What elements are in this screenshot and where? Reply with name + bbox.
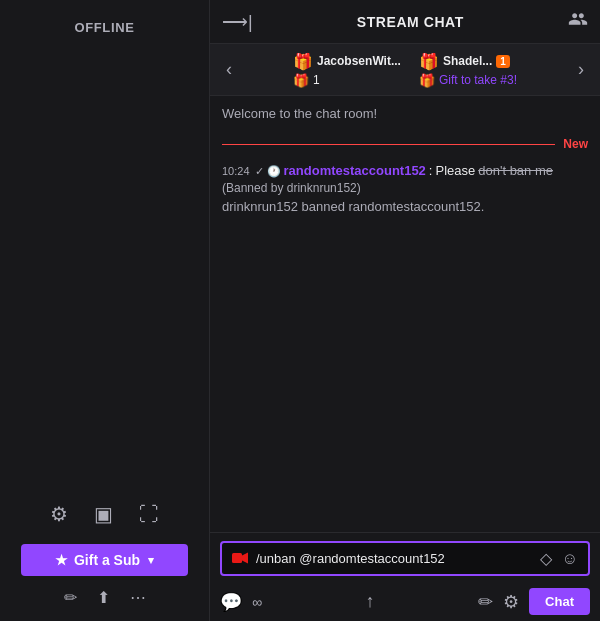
cursor-indicator: ↑ (366, 591, 375, 612)
pencil-icon[interactable]: ✏ (64, 588, 77, 607)
check-icon: ✓ (255, 165, 264, 178)
chat-send-button[interactable]: Chat (529, 588, 590, 615)
infinity-icon[interactable]: ∞ (252, 594, 262, 610)
footer-left-icons: 💬 ∞ (220, 591, 262, 613)
chat-body: Welcome to the chat room! New 10:24 ✓ 🕐 … (210, 96, 600, 532)
gift-banner-next[interactable]: › (572, 55, 590, 84)
camera-icon (232, 550, 248, 568)
gift-banner-prev[interactable]: ‹ (220, 55, 238, 84)
gift-cta-text: Gift to take #3! (439, 73, 517, 87)
offline-label: OFFLINE (74, 20, 134, 35)
emoji-icon[interactable]: ☺ (562, 550, 578, 568)
new-messages-divider: New (222, 137, 588, 151)
chevron-down-icon: ▾ (148, 554, 154, 567)
pencil-edit-icon[interactable]: ✏ (478, 591, 493, 613)
colon-separator: : (429, 163, 433, 178)
gear-settings-icon[interactable]: ⚙ (503, 591, 519, 613)
left-bottom-controls: ⚙ ▣ ⛶ ★ Gift a Sub ▾ ✏ ⬆ ⋯ (0, 498, 209, 607)
settings-icon[interactable]: ⚙ (46, 498, 72, 530)
chat-footer: 💬 ∞ ↑ ✏ ⚙ Chat (210, 582, 600, 621)
gift-icon-1: 🎁 (293, 52, 313, 71)
bookmark-icon[interactable]: ◇ (540, 549, 552, 568)
gift-entry-1-name: JacobsenWit... (317, 54, 401, 68)
chat-header: ⟶| STREAM CHAT (210, 0, 600, 44)
divider-line (222, 144, 555, 145)
message-timestamp: 10:24 (222, 165, 250, 177)
gift-entry-2: 🎁 Shadel... 1 🎁 Gift to take #3! (419, 52, 517, 88)
chat-title: STREAM CHAT (357, 14, 464, 30)
input-right-icons: ◇ ☺ (540, 549, 578, 568)
layout-icon[interactable]: ▣ (90, 498, 117, 530)
more-options-icon[interactable]: ⋯ (130, 588, 146, 607)
gift-a-sub-label: Gift a Sub (74, 552, 140, 568)
gift-icon-1b: 🎁 (293, 73, 309, 88)
exit-chat-icon: ⟶| (222, 11, 253, 33)
message-username: randomtestaccount152 (284, 163, 426, 178)
gift-banner: ‹ 🎁 JacobsenWit... 🎁 1 🎁 Shadel... 1 (210, 44, 600, 96)
gift-icon-2: 🎁 (419, 52, 439, 71)
welcome-message: Welcome to the chat room! (222, 106, 588, 129)
bottom-icon-row: ✏ ⬆ ⋯ (64, 588, 146, 607)
gift-star-icon: ★ (55, 552, 68, 568)
fullscreen-icon[interactable]: ⛶ (135, 499, 163, 530)
gift-cta-icon: 🎁 (419, 73, 435, 88)
upload-icon[interactable]: ⬆ (97, 588, 110, 607)
svg-marker-1 (242, 552, 248, 563)
message-text-strikethrough: don't ban me (478, 163, 553, 178)
message-text-normal: Please (435, 163, 475, 178)
chat-input-box: ◇ ☺ (220, 541, 590, 576)
banned-note: (Banned by drinknrun152) (222, 181, 361, 195)
gift-entry-1-count: 1 (313, 73, 320, 87)
gift-banner-content: 🎁 JacobsenWit... 🎁 1 🎁 Shadel... 1 🎁 Gif… (238, 52, 572, 88)
cursor-area: ↑ (262, 591, 478, 612)
chat-message-item: 10:24 ✓ 🕐 randomtestaccount152 : Please … (222, 163, 588, 214)
chat-line-text: 10:24 ✓ 🕐 randomtestaccount152 : Please … (222, 163, 588, 195)
chat-panel: ⟶| STREAM CHAT ‹ 🎁 JacobsenWit... 🎁 1 (210, 0, 600, 621)
chat-input-field[interactable] (256, 551, 532, 566)
chat-input-wrapper: ◇ ☺ (210, 532, 600, 582)
footer-right-icons: ✏ ⚙ Chat (478, 588, 590, 615)
system-message: drinknrun152 banned randomtestaccount152… (222, 199, 588, 214)
gift-a-sub-button[interactable]: ★ Gift a Sub ▾ (21, 544, 188, 576)
gift-entry-2-name: Shadel... (443, 54, 492, 68)
badge-num-2: 1 (496, 55, 510, 68)
gift-entry-1: 🎁 JacobsenWit... 🎁 1 (293, 52, 401, 88)
toolbar-icons: ⚙ ▣ ⛶ (46, 498, 163, 530)
clock-icon: 🕐 (267, 165, 281, 178)
left-panel: OFFLINE ⚙ ▣ ⛶ ★ Gift a Sub ▾ ✏ ⬆ ⋯ (0, 0, 210, 621)
new-label: New (563, 137, 588, 151)
svg-rect-0 (232, 553, 242, 563)
chat-exit-button[interactable]: ⟶| (222, 11, 253, 33)
users-icon[interactable] (568, 9, 588, 34)
chat-mode-icon[interactable]: 💬 (220, 591, 242, 613)
